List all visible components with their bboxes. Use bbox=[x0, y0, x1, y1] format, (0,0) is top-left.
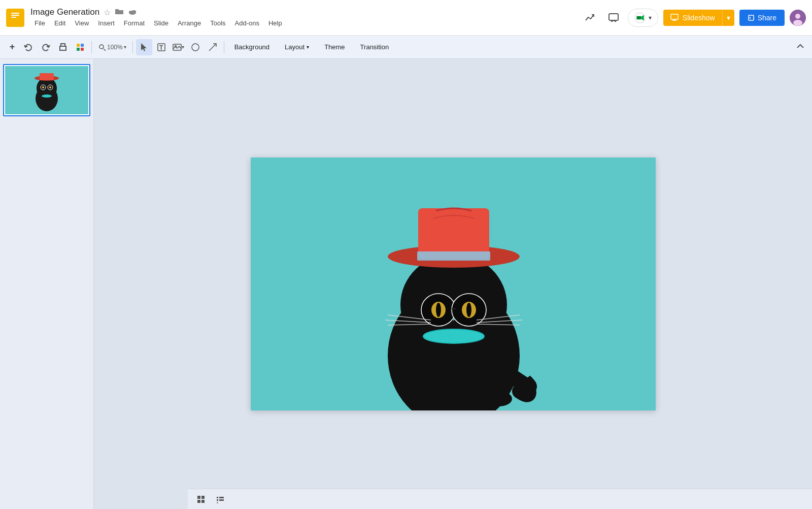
svg-point-25 bbox=[99, 45, 104, 49]
svg-point-70 bbox=[487, 391, 512, 406]
star-icon[interactable]: ☆ bbox=[104, 8, 111, 17]
share-label: Share bbox=[758, 14, 776, 22]
meet-label: ▾ bbox=[649, 14, 652, 21]
select-tool[interactable] bbox=[136, 39, 152, 55]
svg-rect-20 bbox=[61, 48, 65, 50]
topbar: Image Generation ☆ File Edit View Insert… bbox=[0, 0, 812, 36]
image-tool-group[interactable]: ▾ bbox=[171, 39, 186, 55]
zoom-dropdown-icon: ▾ bbox=[124, 44, 126, 50]
shapes-tool[interactable] bbox=[187, 39, 204, 55]
menu-edit[interactable]: Edit bbox=[50, 18, 70, 28]
svg-rect-9 bbox=[636, 16, 641, 19]
svg-rect-22 bbox=[81, 44, 84, 47]
svg-rect-21 bbox=[77, 44, 80, 47]
print-button[interactable] bbox=[55, 39, 71, 55]
zoom-control[interactable]: 100% ▾ bbox=[95, 41, 129, 53]
menu-tools[interactable]: Tools bbox=[206, 18, 229, 28]
svg-point-43 bbox=[42, 94, 52, 98]
transition-label: Transition bbox=[360, 43, 389, 51]
app-logo bbox=[6, 9, 24, 27]
undo-button[interactable] bbox=[20, 39, 37, 55]
slideshow-button-group: Slideshow ▾ bbox=[663, 10, 734, 26]
separator-3 bbox=[224, 41, 224, 53]
bottom-bar bbox=[188, 489, 812, 509]
menu-arrange[interactable]: Arrange bbox=[174, 18, 205, 28]
svg-rect-77 bbox=[217, 499, 218, 501]
canvas-area bbox=[94, 59, 812, 509]
svg-point-42 bbox=[49, 86, 51, 88]
doc-title: Image Generation bbox=[30, 7, 99, 17]
svg-point-58 bbox=[466, 303, 471, 317]
layout-label: Layout bbox=[285, 43, 304, 51]
user-avatar[interactable] bbox=[790, 10, 806, 26]
svg-text:T: T bbox=[159, 44, 163, 51]
slide-thumb-inner-1 bbox=[5, 66, 88, 114]
svg-rect-78 bbox=[219, 499, 224, 501]
svg-point-57 bbox=[436, 303, 441, 317]
cloud-icon bbox=[128, 8, 137, 17]
svg-rect-0 bbox=[9, 9, 21, 23]
slideshow-label: Slideshow bbox=[683, 14, 715, 22]
menu-slide[interactable]: Slide bbox=[150, 18, 173, 28]
collapse-toolbar-button[interactable] bbox=[794, 40, 807, 55]
theme-button[interactable]: Theme bbox=[317, 41, 352, 53]
cat-illustration bbox=[251, 157, 656, 410]
svg-point-41 bbox=[42, 86, 44, 88]
logo-text bbox=[9, 9, 21, 26]
svg-rect-49 bbox=[417, 251, 490, 261]
slideshow-dropdown-button[interactable]: ▾ bbox=[722, 10, 734, 26]
svg-rect-2 bbox=[11, 15, 19, 16]
theme-label: Theme bbox=[324, 43, 345, 51]
layout-button[interactable]: Layout ▾ bbox=[278, 41, 316, 53]
menu-file[interactable]: File bbox=[30, 18, 49, 28]
svg-rect-14 bbox=[749, 15, 754, 20]
slide-thumbnail-1[interactable]: 1 bbox=[3, 64, 90, 116]
redo-button[interactable] bbox=[38, 39, 54, 55]
transition-button[interactable]: Transition bbox=[353, 41, 396, 53]
background-label: Background bbox=[234, 43, 269, 51]
svg-rect-71 bbox=[197, 496, 200, 499]
zoom-label: 100% bbox=[107, 44, 123, 51]
grid-view-button[interactable] bbox=[193, 493, 209, 505]
list-view-button[interactable] bbox=[212, 493, 228, 505]
svg-rect-3 bbox=[11, 17, 16, 18]
menu-insert[interactable]: Insert bbox=[94, 18, 119, 28]
svg-point-17 bbox=[795, 14, 800, 19]
separator-1 bbox=[91, 41, 92, 53]
text-tool[interactable]: T bbox=[153, 39, 170, 55]
share-button[interactable]: Share bbox=[739, 10, 785, 26]
menu-bar: File Edit View Insert Format Slide Arran… bbox=[30, 18, 286, 28]
menu-view[interactable]: View bbox=[71, 18, 93, 28]
menu-help[interactable]: Help bbox=[264, 18, 286, 28]
add-slide-button[interactable]: + bbox=[5, 40, 19, 54]
trending-button[interactable] bbox=[581, 9, 599, 27]
svg-rect-75 bbox=[217, 497, 218, 498]
svg-rect-73 bbox=[197, 500, 200, 503]
svg-rect-23 bbox=[77, 48, 80, 51]
svg-point-68 bbox=[423, 385, 454, 403]
slideshow-main-button[interactable]: Slideshow bbox=[663, 10, 722, 26]
svg-rect-11 bbox=[671, 14, 678, 19]
background-button[interactable]: Background bbox=[227, 41, 277, 53]
svg-line-33 bbox=[209, 44, 216, 51]
comment-button[interactable] bbox=[604, 9, 623, 27]
menu-format[interactable]: Format bbox=[120, 18, 149, 28]
svg-rect-79 bbox=[217, 502, 218, 503]
svg-rect-74 bbox=[201, 500, 205, 503]
svg-rect-24 bbox=[81, 48, 84, 51]
paint-format-button[interactable] bbox=[72, 39, 88, 55]
toolbar: + bbox=[0, 36, 812, 59]
svg-rect-72 bbox=[201, 496, 205, 499]
folder-icon[interactable] bbox=[115, 8, 124, 17]
svg-point-6 bbox=[132, 10, 136, 13]
slide-canvas[interactable] bbox=[251, 157, 656, 410]
separator-2 bbox=[132, 41, 133, 53]
svg-rect-1 bbox=[11, 13, 19, 14]
svg-line-26 bbox=[104, 49, 106, 51]
layout-dropdown-icon: ▾ bbox=[307, 44, 309, 50]
svg-rect-76 bbox=[219, 497, 224, 498]
lines-tool[interactable] bbox=[205, 39, 221, 55]
meet-button[interactable]: ▾ bbox=[628, 9, 658, 27]
svg-rect-38 bbox=[40, 73, 54, 80]
menu-addons[interactable]: Add-ons bbox=[231, 18, 263, 28]
